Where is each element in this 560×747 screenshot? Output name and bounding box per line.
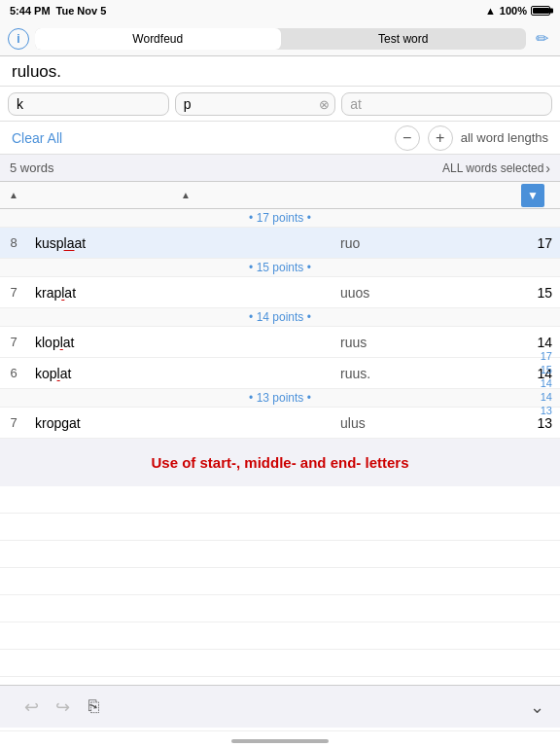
chevron-down-button[interactable]: ⌄: [530, 696, 544, 718]
cell-num: 7: [0, 335, 27, 349]
tab-wordfeud[interactable]: Wordfeud: [35, 28, 281, 50]
underline-part: la: [64, 235, 75, 251]
table-row[interactable]: 7 kraplat uuos 15: [0, 277, 560, 308]
score-17: 17: [541, 350, 552, 362]
pattern-input-wrapper: ⊗: [175, 92, 336, 116]
cell-score: 14: [521, 335, 560, 350]
cell-word: kraplat: [27, 285, 336, 301]
cell-num: 7: [0, 415, 27, 430]
current-word: ruluos.: [12, 62, 61, 81]
cell-num: 6: [0, 366, 27, 380]
sort-word-icon: ▲: [181, 190, 191, 200]
all-selected-label: ALL words selected: [442, 161, 543, 175]
wifi-icon: ▲: [485, 5, 496, 17]
battery-label: 100%: [500, 5, 527, 17]
cell-score: 13: [521, 415, 560, 431]
clear-all-button[interactable]: Clear All: [12, 130, 62, 146]
score-13: 13: [541, 405, 552, 416]
cell-tiles: ruus.: [336, 366, 521, 381]
cell-tiles: uuos: [336, 285, 521, 301]
top-nav: i Wordfeud Test word ✏: [0, 21, 560, 56]
status-time: 5:44 PM: [10, 5, 51, 17]
cell-score: 15: [521, 285, 560, 301]
table-row[interactable]: 7 kloplat ruus 14: [0, 327, 560, 358]
info-button[interactable]: i: [8, 28, 29, 50]
word-display: ruluos.: [0, 56, 560, 87]
input-row: ⊗ at: [0, 87, 560, 122]
cell-tiles: ulus: [336, 415, 521, 431]
underline-part: g: [61, 415, 69, 431]
sort-num-button[interactable]: ▲: [0, 190, 27, 200]
results-chevron-icon[interactable]: ›: [545, 160, 550, 176]
empty-line: [0, 568, 560, 595]
pencil-button[interactable]: ✏: [532, 27, 552, 50]
status-day: Tue Nov 5: [56, 5, 107, 17]
table-body: • 17 points • 8 kusplaat ruo 17 • 15 poi…: [0, 209, 560, 439]
clear-pattern-icon[interactable]: ⊗: [319, 96, 330, 111]
sort-active-icon: ▼: [521, 184, 544, 207]
cell-word: koplat: [27, 366, 336, 381]
table-row[interactable]: 8 kusplaat ruo 17: [0, 228, 560, 259]
tab-testword[interactable]: Test word: [281, 28, 527, 50]
minus-button[interactable]: −: [395, 125, 420, 151]
undo-button[interactable]: ↩: [16, 692, 47, 723]
cell-word: kropgat: [27, 415, 336, 431]
empty-line: [0, 622, 560, 650]
empty-line: [0, 541, 560, 568]
score-14a: 14: [541, 377, 552, 389]
status-bar: 5:44 PM Tue Nov 5 ▲ 100%: [0, 0, 560, 21]
rack-input[interactable]: [8, 92, 169, 116]
points-row-17: • 17 points •: [0, 209, 560, 228]
cell-num: 7: [0, 285, 27, 300]
redo-button[interactable]: ↪: [47, 692, 78, 723]
home-indicator: [231, 739, 329, 743]
empty-line: [0, 650, 560, 677]
score-15: 15: [541, 364, 552, 375]
results-header: 5 words ALL words selected ›: [0, 155, 560, 182]
bottom-toolbar: ↩ ↪ ⎘ ⌄: [0, 685, 560, 728]
board-pattern-input[interactable]: at: [341, 92, 552, 116]
table-row[interactable]: 7 kropgat ulus 13: [0, 408, 560, 439]
score-sidebar: 17 15 14 14 13: [541, 350, 552, 416]
table-row[interactable]: 6 koplat ruus. 14: [0, 358, 560, 389]
rack-input-wrapper: [8, 92, 169, 116]
sort-up-icon: ▲: [9, 190, 18, 200]
plus-button[interactable]: +: [428, 125, 453, 151]
word-length-label: all word lengths: [461, 130, 548, 145]
message-area: Use of start-, middle- and end- letters: [0, 439, 560, 486]
sort-score-button[interactable]: ▼: [521, 184, 560, 207]
controls-row: Clear All − + all word lengths: [0, 122, 560, 155]
cell-tiles: ruo: [336, 235, 521, 251]
underline-part: l: [57, 366, 60, 381]
results-count: 5 words: [10, 160, 442, 175]
points-row-13: • 13 points •: [0, 389, 560, 408]
paste-button[interactable]: ⎘: [78, 692, 109, 723]
score-14b: 14: [541, 391, 552, 403]
table-header: ▲ ▲ ▼: [0, 182, 560, 209]
empty-line: [0, 486, 560, 514]
use-message: Use of start-, middle- and end- letters: [19, 454, 541, 471]
points-row-15: • 15 points •: [0, 259, 560, 277]
underline-part: l: [60, 335, 63, 350]
cell-word: kusplaat: [27, 235, 336, 251]
cell-num: 8: [0, 235, 27, 250]
pattern-input[interactable]: [175, 92, 336, 116]
nav-tabs: Wordfeud Test word: [35, 28, 526, 50]
empty-line: [0, 514, 560, 541]
cell-tiles: ruus: [336, 335, 521, 350]
underline-part: l: [61, 285, 64, 301]
cell-score: 17: [521, 235, 560, 251]
battery-icon: [531, 6, 550, 16]
sort-word-button[interactable]: ▲: [27, 190, 336, 200]
cell-word: kloplat: [27, 335, 336, 350]
empty-line: [0, 595, 560, 622]
points-row-14: • 14 points •: [0, 308, 560, 327]
